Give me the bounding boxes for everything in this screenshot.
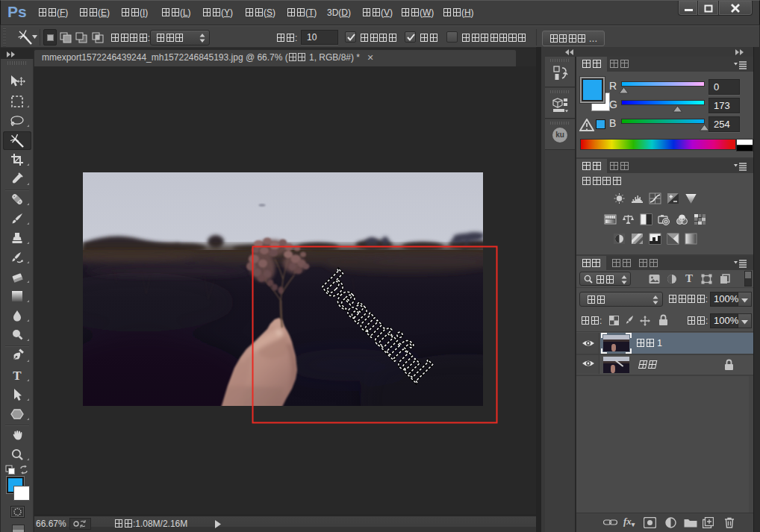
svg-text:T: T: [13, 369, 22, 382]
